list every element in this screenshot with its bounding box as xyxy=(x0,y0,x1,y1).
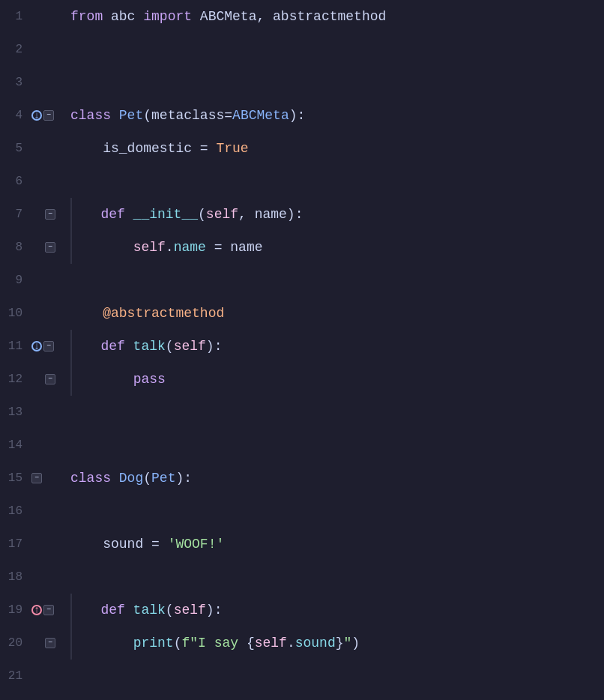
token-self-sound: self xyxy=(255,627,287,660)
token-talk2-paren: ( xyxy=(166,594,174,627)
token-comma-name: , name): xyxy=(238,198,303,231)
code-line-13 xyxy=(70,396,604,429)
token-self-talk: self xyxy=(174,330,206,363)
fold-icon-4[interactable]: − xyxy=(43,110,54,121)
token-class-dog: class xyxy=(70,462,111,495)
token-talk2-close: ): xyxy=(206,594,223,627)
fold-icon-12[interactable]: − xyxy=(45,374,55,384)
token-paren-close: ): xyxy=(289,99,306,132)
code-line-3 xyxy=(70,66,604,99)
token-dot-8: . xyxy=(166,231,174,264)
fold-icon-11[interactable]: − xyxy=(43,341,54,351)
token-self-init: self xyxy=(206,198,238,231)
line-num-8: 8 xyxy=(0,231,28,264)
token-paren-open: ( xyxy=(143,99,151,132)
token-pet-name: Pet xyxy=(111,99,143,132)
token-indent-12 xyxy=(76,363,133,396)
gutter-row-2: 2 xyxy=(0,33,67,66)
gutter-row-14: 14 xyxy=(0,429,67,462)
line-num-7: 7 xyxy=(0,198,28,231)
indent-guide-8 xyxy=(70,231,72,264)
code-line-8: self.name = name xyxy=(70,231,604,264)
gutter-row-10: 10 xyxy=(0,297,67,330)
gutter-row-1: 1 xyxy=(0,0,67,33)
token-sound-eq: = xyxy=(151,528,160,561)
gutter-row-9: 9 xyxy=(0,264,67,297)
fold-icon-20[interactable]: − xyxy=(45,638,55,648)
token-pet-parent: Pet xyxy=(151,462,175,495)
indent-guide-7 xyxy=(70,198,72,231)
token-dot-sound: . xyxy=(287,627,295,660)
indent-guide-19 xyxy=(70,594,72,627)
token-dog-paren: ( xyxy=(143,462,151,495)
fold-icon-7[interactable]: − xyxy=(45,209,55,220)
gutter-row-11: 11 ↓ − xyxy=(0,330,67,363)
indent-guide-20 xyxy=(70,627,72,660)
line-num-5: 5 xyxy=(0,132,28,165)
token-name-attr: name xyxy=(174,231,206,264)
token-def-init: def xyxy=(100,198,124,231)
token-metaclass-param: metaclass xyxy=(151,99,224,132)
gutter-row-17: 17 xyxy=(0,528,67,561)
breakpoint-icon-11[interactable]: ↓ xyxy=(31,341,42,351)
token-from: from xyxy=(70,0,103,33)
token-abcmeta-val: ABCMeta xyxy=(232,99,289,132)
code-line-7: def __init__(self, name): xyxy=(70,198,604,231)
token-import: import xyxy=(143,0,192,33)
gutter-row-4: 4 ↓ − xyxy=(0,99,67,132)
fold-icon-15[interactable]: − xyxy=(31,473,42,483)
code-line-17: sound = 'WOOF!' xyxy=(70,528,604,561)
token-indent-7 xyxy=(76,198,100,231)
line-num-2: 2 xyxy=(0,33,28,66)
indent-guide-11 xyxy=(70,330,72,363)
code-line-1: from abc import ABCMeta, abstractmethod xyxy=(70,0,604,33)
token-eq: = xyxy=(224,99,232,132)
line-gutter: 1 2 3 4 ↓ − 5 6 7 xyxy=(0,0,67,700)
gutter-row-3: 3 xyxy=(0,66,67,99)
token-fbrace-open: { xyxy=(247,627,255,660)
breakpoint-icon-4[interactable]: ↓ xyxy=(31,110,42,121)
line-num-9: 9 xyxy=(0,264,28,297)
fold-icon-8[interactable]: − xyxy=(45,242,55,253)
token-indent-11 xyxy=(76,330,100,363)
gutter-row-5: 5 xyxy=(0,132,67,165)
code-line-15: class Dog(Pet): xyxy=(70,462,604,495)
token-indent-20 xyxy=(76,627,133,660)
code-line-6 xyxy=(70,165,604,198)
code-line-14 xyxy=(70,429,604,462)
token-decorator: @abstractmethod xyxy=(70,297,224,330)
code-line-19: def talk(self): xyxy=(70,594,604,627)
token-fstring-start: f"I say xyxy=(181,627,246,660)
token-dog-name: Dog xyxy=(111,462,143,495)
token-sound-attr: sound xyxy=(295,627,336,660)
line-num-21: 21 xyxy=(0,660,28,693)
fold-icon-19[interactable]: − xyxy=(43,605,54,615)
line-num-13: 13 xyxy=(0,396,28,429)
token-init-name: __init__ xyxy=(125,198,198,231)
token-talk-close: ): xyxy=(206,330,223,363)
token-true: True xyxy=(208,132,249,165)
gutter-row-16: 16 xyxy=(0,495,67,528)
line-num-10: 10 xyxy=(0,297,28,330)
code-line-18 xyxy=(70,561,604,594)
gutter-row-21: 21 xyxy=(0,660,67,693)
token-pass: pass xyxy=(133,363,166,396)
token-indent-8 xyxy=(76,231,133,264)
gutter-row-19: 19 ↑ − xyxy=(0,594,67,627)
gutter-row-20: 20 − xyxy=(0,627,67,660)
token-class-pet: class xyxy=(70,99,111,132)
line-num-4: 4 xyxy=(0,99,28,132)
line-num-16: 16 xyxy=(0,495,28,528)
arrow-up-icon-19: ↑ xyxy=(34,605,40,615)
token-fstring-end: " xyxy=(344,627,352,660)
token-is-domestic: is_domestic xyxy=(70,132,200,165)
token-print: print xyxy=(133,627,174,660)
code-line-11: def talk(self): xyxy=(70,330,604,363)
breakpoint-icon-19[interactable]: ↑ xyxy=(31,605,42,615)
line-num-20: 20 xyxy=(0,627,28,660)
code-line-20: print(f"I say {self.sound}") xyxy=(70,627,604,660)
code-line-10: @abstractmethod xyxy=(70,297,604,330)
token-assign: = xyxy=(200,132,208,165)
token-self-8: self xyxy=(133,231,166,264)
token-dog-close: ): xyxy=(175,462,192,495)
